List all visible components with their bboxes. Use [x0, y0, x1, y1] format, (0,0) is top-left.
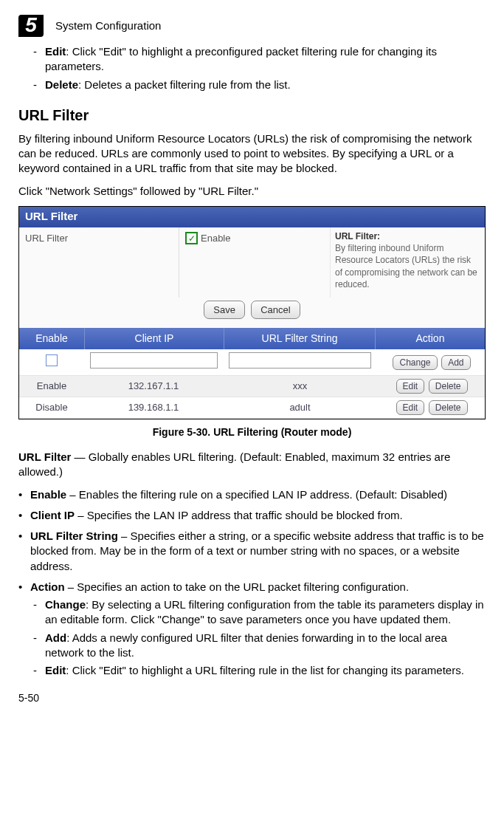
- list-item: - Delete: Deletes a packet filtering rul…: [33, 78, 486, 92]
- add-button[interactable]: Add: [441, 355, 470, 370]
- cell-ip: 132.167.1.1: [84, 377, 223, 396]
- cell-string: adult: [223, 398, 377, 417]
- def-term: URL Filter: [18, 450, 71, 463]
- def-desc: : By selecting a URL filtering configura…: [45, 598, 484, 625]
- figure-screenshot: URL Filter URL Filter ✓ Enable URL Filte…: [18, 206, 486, 420]
- col-action: Action: [376, 328, 485, 349]
- list-item: - Edit: Click "Edit" to highlight a prec…: [33, 44, 486, 75]
- chapter-number: 5: [18, 15, 44, 37]
- desc-text: : Deletes a packet filtering rule from t…: [78, 78, 291, 91]
- cell-string: xxx: [223, 377, 377, 396]
- help-panel: URL Filter: By filtering inbound Uniform…: [330, 227, 485, 298]
- page-header: 5 System Configuration: [18, 15, 486, 37]
- table-row-new: Change Add: [19, 349, 485, 376]
- list-item: • Enable – Enables the filtering rule on…: [18, 487, 486, 502]
- def-desc: – Enables the filtering rule on a specif…: [66, 488, 447, 501]
- row-enable-checkbox[interactable]: [46, 354, 58, 366]
- definition-url-filter: URL Filter — Globally enables URL filter…: [18, 450, 486, 480]
- edit-button[interactable]: Edit: [396, 400, 425, 415]
- setting-label: URL Filter: [19, 227, 179, 298]
- def-desc: – Specifies the LAN IP address that traf…: [75, 509, 403, 521]
- cell-enable: Enable: [19, 377, 84, 396]
- help-title: URL Filter:: [335, 230, 479, 242]
- help-body: By filtering inbound Uniform Resource Lo…: [335, 242, 479, 290]
- def-term: Action: [30, 580, 65, 593]
- figure-caption: Figure 5-30. URL Filtering (Router mode): [18, 425, 486, 439]
- list-item: • URL Filter String – Specifies either a…: [18, 529, 486, 574]
- def-desc: : Adds a newly configured URL filter tha…: [45, 631, 447, 659]
- col-filter-string: URL Filter String: [224, 328, 376, 349]
- def-term: Client IP: [30, 509, 75, 521]
- page-number: 5-50: [18, 691, 486, 705]
- def-term: URL Filter String: [30, 529, 118, 542]
- delete-button[interactable]: Delete: [429, 400, 468, 415]
- def-desc: — Globally enables URL filtering. (Defau…: [18, 450, 450, 478]
- term-edit: Edit: [45, 45, 66, 58]
- desc-text: : Click "Edit" to highlight a preconfigu…: [45, 45, 437, 72]
- chapter-title: System Configuration: [55, 18, 161, 33]
- list-item: - Edit: Click "Edit" to highlight a URL …: [33, 663, 486, 678]
- delete-button[interactable]: Delete: [429, 379, 468, 394]
- def-term: Enable: [30, 488, 66, 501]
- term-delete: Delete: [45, 78, 78, 91]
- list-item: • Client IP – Specifies the LAN IP addre…: [18, 508, 486, 523]
- cell-ip: 139.168.1.1: [84, 398, 223, 417]
- def-term: Edit: [45, 664, 66, 676]
- section-paragraph: By filtering inbound Uniform Resource Lo…: [18, 131, 486, 176]
- section-heading-url-filter: URL Filter: [18, 106, 486, 126]
- panel-title: URL Filter: [19, 207, 485, 227]
- client-ip-input[interactable]: [90, 352, 218, 368]
- table-row: Enable 132.167.1.1 xxx Edit Delete: [19, 376, 485, 397]
- col-enable: Enable: [19, 328, 85, 349]
- table-row: Disable 139.168.1.1 adult Edit Delete: [19, 397, 485, 419]
- def-term: Change: [45, 598, 86, 611]
- save-button[interactable]: Save: [204, 301, 245, 320]
- enable-checkbox[interactable]: ✓: [185, 232, 198, 244]
- def-desc: : Click "Edit" to highlight a URL filter…: [66, 664, 464, 676]
- col-client-ip: Client IP: [85, 328, 224, 349]
- def-term: Add: [45, 631, 66, 644]
- enable-label: Enable: [201, 232, 230, 245]
- filter-string-input[interactable]: [229, 352, 371, 368]
- def-desc: – Specifies an action to take on the URL…: [65, 580, 409, 593]
- list-item: - Change: By selecting a URL filtering c…: [33, 597, 486, 628]
- list-item: • Action – Specifies an action to take o…: [18, 580, 486, 594]
- edit-button[interactable]: Edit: [396, 379, 425, 394]
- list-item: - Add: Adds a newly configured URL filte…: [33, 631, 486, 661]
- cancel-button[interactable]: Cancel: [251, 301, 300, 320]
- table-header: Enable Client IP URL Filter String Actio…: [19, 328, 485, 349]
- change-button[interactable]: Change: [393, 355, 437, 370]
- cell-enable: Disable: [19, 398, 84, 417]
- section-paragraph: Click "Network Settings" followed by "UR…: [18, 184, 486, 199]
